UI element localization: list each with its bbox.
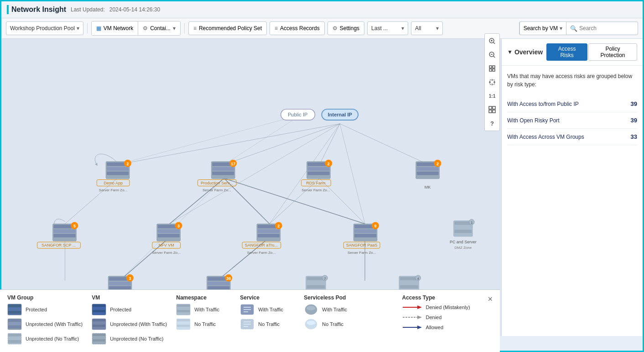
svg-text:4: 4 — [417, 277, 419, 281]
svg-text:3: 3 — [129, 276, 131, 281]
svg-rect-177 — [93, 336, 105, 339]
settings-btn[interactable]: ⚙ Settings — [327, 21, 364, 35]
recommended-policy-label: Recommended Policy Set — [199, 25, 262, 32]
all-label: All — [415, 25, 434, 32]
legend-vm-group: VM Group Protected Unprotected (With Tr — [7, 294, 83, 347]
legend-service-no-traffic: No Traffic — [240, 318, 295, 330]
zoom-out-icon — [488, 51, 496, 58]
fit-all-btn[interactable] — [486, 62, 499, 75]
svg-rect-174 — [93, 327, 105, 329]
legend-denied: Denied — [402, 314, 475, 321]
last-selector[interactable]: Last ... ▾ — [367, 21, 408, 35]
svg-marker-199 — [417, 326, 422, 329]
vm-network-label: VM Network — [104, 25, 133, 32]
svg-rect-209 — [489, 69, 492, 71]
svg-rect-127 — [307, 281, 325, 284]
svg-rect-26 — [107, 172, 129, 175]
svg-rect-119 — [208, 282, 229, 285]
search-input[interactable] — [579, 25, 634, 32]
layout-btn[interactable] — [486, 103, 499, 116]
svg-rect-169 — [93, 313, 105, 314]
legend-vm: VM Protected Unpr — [92, 294, 167, 347]
legend-namespace-no-traffic: No Traffic — [176, 318, 231, 330]
svg-rect-155 — [8, 308, 21, 310]
access-risks-tab[interactable]: Access Risks — [546, 43, 587, 61]
risk-item-public-ip[interactable]: With Access to/from Public IP 39 — [507, 96, 637, 112]
svg-rect-44 — [308, 172, 330, 175]
svg-rect-60 — [54, 234, 76, 237]
namespace-no-traffic-icon — [176, 318, 191, 330]
svg-text:RDS Farm: RDS Farm — [306, 181, 325, 185]
search-group: Search by VM ▾ 🔍 — [519, 21, 638, 35]
header: Network Insight Last Updated: 2024-05-14… — [1, 1, 643, 18]
legend-namespace-traffic: With Traffic — [176, 304, 231, 315]
legend-close-btn[interactable]: × — [488, 294, 493, 304]
pool-selector[interactable]: Workshop Production Pool ▾ — [6, 21, 83, 35]
legend-vm-group-unprotected-traffic: Unprotected (With Traffic) — [7, 318, 83, 330]
pool-chevron-icon: ▾ — [77, 25, 79, 32]
svg-rect-128 — [307, 285, 325, 289]
access-records-btn[interactable]: ≡ Access Records — [270, 21, 325, 35]
svg-rect-185 — [177, 319, 190, 321]
settings-icon: ⚙ — [332, 25, 338, 32]
svg-rect-134 — [400, 281, 418, 284]
container-tab[interactable]: ⚙ Contai... ▾ — [138, 21, 180, 35]
legend-serviceless-pod: Serviceless Pod With Traffic No Traffic — [304, 294, 358, 333]
service-no-traffic-icon — [240, 318, 254, 330]
panel-content: VMs that may have access risks are group… — [502, 66, 643, 152]
svg-rect-110 — [109, 282, 131, 285]
legend-access-type: Access Type Denied (Mistakenly) Denied — [402, 294, 475, 334]
legend-content: VM Group Protected Unprotected (With Tr — [7, 294, 493, 347]
all-selector[interactable]: All ▾ — [411, 21, 443, 35]
legend-pod-no-traffic: No Traffic — [304, 318, 358, 330]
svg-rect-53 — [417, 172, 439, 175]
right-panel: ▼ Overview Access Risks Policy Protectio… — [501, 39, 643, 336]
svg-rect-52 — [417, 167, 439, 171]
svg-rect-95 — [454, 230, 472, 233]
legend-access-type-title: Access Type — [402, 294, 475, 301]
svg-rect-162 — [8, 334, 21, 336]
vm-protected-icon — [92, 304, 106, 315]
risk-item-across-groups[interactable]: With Access Across VM Groups 33 — [507, 129, 637, 145]
public-ip-label: Public IP — [288, 112, 307, 117]
svg-rect-67 — [158, 229, 180, 233]
denied-mistakenly-line-icon — [402, 304, 422, 311]
reset-zoom-btn[interactable]: 1:1 — [486, 89, 499, 102]
last-updated-value: 2024-05-14 14:26:30 — [109, 6, 160, 13]
zoom-in-btn[interactable] — [486, 35, 499, 47]
legend-vm-group-unprotected-no-traffic: Unprotected (No Traffic) — [7, 333, 83, 345]
app-title-text: Network Insight — [11, 5, 66, 14]
svg-text:Demo App: Demo App — [104, 181, 123, 185]
risk-item-open-port[interactable]: With Open Risky Port 39 — [507, 112, 637, 129]
panel-description: VMs that may have access risks are group… — [507, 72, 637, 89]
legend-vm-unprotected-traffic: Unprotected (With Traffic) — [92, 318, 167, 330]
svg-text:2: 2 — [436, 162, 439, 166]
policy-protection-tab[interactable]: Policy Protection — [588, 43, 637, 61]
legend-namespace-no-traffic-label: No Traffic — [194, 321, 216, 327]
svg-rect-160 — [8, 326, 21, 328]
svg-rect-173 — [93, 325, 105, 327]
risk-label-across-groups: With Access Across VM Groups — [507, 134, 584, 140]
svg-point-191 — [306, 306, 316, 310]
svg-text:SANGFOR PaaS: SANGFOR PaaS — [346, 243, 378, 247]
svg-point-193 — [306, 320, 316, 325]
svg-marker-197 — [417, 315, 422, 319]
legend-denied-mistakenly: Denied (Mistakenly) — [402, 304, 475, 311]
help-btn[interactable]: ? — [486, 117, 499, 130]
recommended-policy-btn[interactable]: ≡ Recommended Policy Set — [188, 21, 267, 35]
legend-pod-traffic: With Traffic — [304, 304, 358, 315]
fit-selection-btn[interactable] — [486, 76, 499, 89]
internal-ip-label: Internal IP — [328, 112, 352, 117]
legend-vm-group-unprotected-traffic-label: Unprotected (With Traffic) — [26, 321, 83, 327]
svg-rect-86 — [354, 234, 376, 237]
search-by-selector[interactable]: Search by VM ▾ — [519, 21, 566, 35]
zoom-out-btn[interactable] — [486, 48, 499, 61]
svg-text:Server Farm Zo...: Server Farm Zo... — [247, 251, 275, 255]
allowed-line-icon — [402, 324, 422, 331]
legend-vm-protected-label: Protected — [110, 306, 131, 313]
svg-rect-135 — [400, 285, 418, 289]
search-input-wrapper[interactable]: 🔍 — [566, 23, 638, 34]
vm-network-tab[interactable]: ▦ VM Network — [92, 21, 138, 35]
svg-rect-166 — [93, 305, 105, 307]
legend-vm-group-unprotected-no-traffic-label: Unprotected (No Traffic) — [26, 336, 79, 342]
